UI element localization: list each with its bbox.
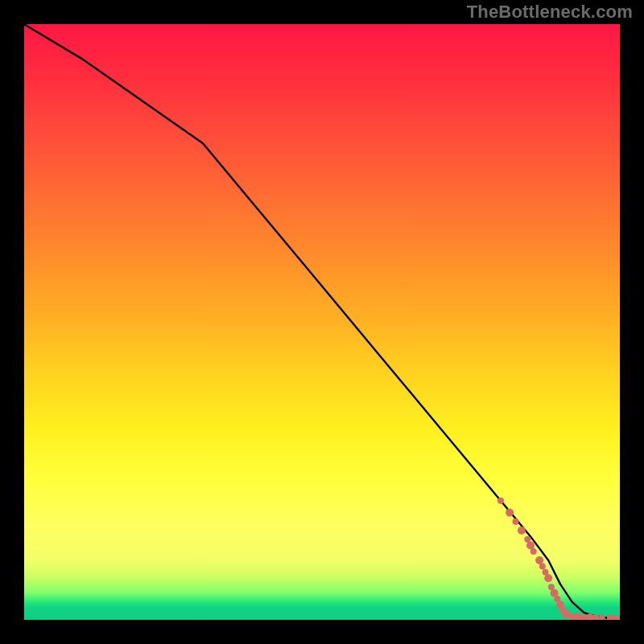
scatter-dot	[613, 616, 620, 620]
plot-area	[24, 24, 620, 620]
watermark-text: TheBottleneck.com	[467, 2, 633, 23]
scatter-dot	[513, 518, 519, 525]
series-curve	[24, 24, 620, 619]
chart-stage: TheBottleneck.com	[0, 0, 644, 644]
scatter-dot	[599, 615, 605, 620]
scatter-dot	[539, 563, 546, 569]
scatter-dot	[544, 574, 552, 582]
chart-overlay	[24, 24, 620, 620]
scatter-dot	[530, 548, 537, 555]
scatter-dots	[497, 497, 620, 620]
scatter-dot	[497, 497, 504, 504]
scatter-dot	[580, 613, 586, 620]
scatter-dot	[506, 509, 514, 517]
scatter-dot	[518, 526, 526, 535]
